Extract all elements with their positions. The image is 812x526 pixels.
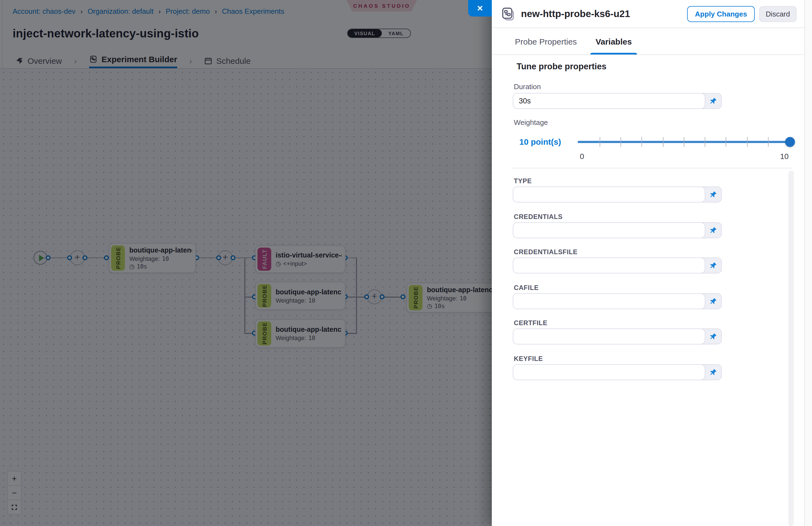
- weightage-label: Weightage: [514, 118, 548, 127]
- pin-icon: [709, 261, 717, 269]
- probe-config-drawer: ✕ new-http-probe-ks6-u21 Apply Changes D…: [492, 0, 812, 526]
- duration-input[interactable]: [513, 93, 705, 109]
- drawer-tabbar: Probe Properties Variables: [492, 28, 812, 55]
- weightage-value: 10 point(s): [519, 137, 561, 146]
- probe-stack-icon: [501, 6, 516, 21]
- slider-min-label: 0: [580, 152, 584, 161]
- probe-name-title: new-http-probe-ks6-u21: [521, 8, 630, 19]
- section-divider: [513, 168, 792, 169]
- keyfile-input[interactable]: [513, 364, 705, 380]
- cafile-input[interactable]: [513, 293, 705, 309]
- duration-input-group: [513, 93, 744, 109]
- drawer-header: new-http-probe-ks6-u21 Apply Changes Dis…: [492, 0, 812, 28]
- pin-icon: [709, 190, 717, 199]
- variable-input-group: [513, 364, 744, 380]
- modal-overlay[interactable]: [0, 0, 492, 526]
- variable-input-group: [513, 328, 744, 345]
- variable-input-group: [513, 258, 744, 274]
- variable-input-group: [513, 222, 744, 238]
- pin-icon: [709, 297, 717, 305]
- section-title: Tune probe properties: [517, 62, 607, 72]
- variable-label: CERTFILE: [514, 319, 547, 327]
- variable-label: CREDENTIALS: [514, 213, 563, 221]
- variables-scrollbar[interactable]: [788, 171, 794, 526]
- credentialsfile-input[interactable]: [513, 258, 705, 274]
- pin-icon: [709, 97, 717, 105]
- tab-probe-properties[interactable]: Probe Properties: [513, 28, 579, 55]
- apply-changes-button[interactable]: Apply Changes: [687, 6, 755, 22]
- slider-ticks: [600, 137, 789, 147]
- drawer-body: Tune probe properties Duration Weightage…: [492, 55, 812, 526]
- credentials-input[interactable]: [513, 222, 705, 238]
- tab-variables[interactable]: Variables: [593, 28, 634, 55]
- variable-label: KEYFILE: [514, 355, 543, 363]
- certfile-input[interactable]: [513, 328, 705, 345]
- screen: Account: chaos-dev › Organization: defau…: [0, 0, 812, 526]
- type-input[interactable]: [513, 187, 705, 203]
- slider-handle[interactable]: [785, 137, 795, 147]
- pin-icon: [709, 368, 717, 376]
- variable-label: CAFILE: [514, 284, 539, 292]
- pin-icon: [709, 226, 717, 234]
- drawer-actions: Apply Changes Discard: [687, 6, 797, 22]
- discard-button[interactable]: Discard: [759, 6, 797, 22]
- variable-input-group: [513, 293, 744, 309]
- close-drawer-button[interactable]: ✕: [468, 0, 492, 16]
- variable-label: CREDENTIALSFILE: [514, 248, 578, 256]
- slider-max-label: 10: [780, 152, 788, 161]
- pin-icon: [709, 332, 717, 340]
- variable-label: TYPE: [514, 177, 532, 185]
- variable-input-group: [513, 187, 744, 203]
- page-scrollbar[interactable]: [804, 0, 812, 526]
- duration-label: Duration: [514, 83, 541, 91]
- weightage-slider[interactable]: [578, 137, 791, 147]
